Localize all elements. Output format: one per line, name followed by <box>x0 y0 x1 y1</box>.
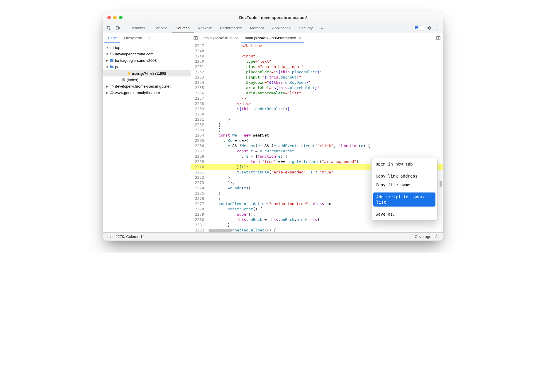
line-number[interactable]: 2263 <box>191 127 208 133</box>
tree-folder-fonts[interactable]: ▶ fonts/google-sans-v2003 <box>103 57 191 64</box>
code-content[interactable]: </button> <box>208 43 443 48</box>
navigator-more-tabs-icon[interactable]: » <box>146 33 153 43</box>
code-line[interactable]: 2249 <input <box>191 54 443 59</box>
code-content[interactable]: class="search-box__input" <box>208 64 443 69</box>
tab-security[interactable]: Security <box>295 23 317 33</box>
menu-copy-name[interactable]: Copy file name <box>372 180 437 189</box>
code-content[interactable]: type="text" <box>208 59 443 64</box>
vertical-scrollbar-thumb[interactable] <box>440 181 442 187</box>
line-number[interactable]: 2279 <box>191 212 208 217</box>
code-line[interactable]: 2254 @keydown="${this.onKeyDown}" <box>191 80 443 85</box>
line-number[interactable]: 2262 <box>191 122 208 127</box>
menu-add-ignore-list[interactable]: Add script to ignore list <box>373 192 435 207</box>
device-toolbar-icon[interactable] <box>116 26 120 30</box>
line-number[interactable]: 2261 <box>191 117 208 122</box>
tab-memory[interactable]: Memory <box>246 23 268 33</box>
close-window-button[interactable] <box>107 16 111 19</box>
code-line[interactable]: 2248 <box>191 48 443 54</box>
code-content[interactable]: /> <box>208 96 443 101</box>
code-content[interactable]: , Ke = e=>{ <box>208 138 443 143</box>
code-line[interactable]: 2267 const t = e.currentTarget <box>191 149 443 154</box>
code-content[interactable]: const t = e.currentTarget <box>208 149 443 154</box>
code-line[interactable]: 2262 } <box>191 122 443 127</box>
line-number[interactable]: 2255 <box>191 85 208 91</box>
close-tab-icon[interactable]: × <box>299 35 301 40</box>
code-content[interactable]: </div> <box>208 101 443 106</box>
code-content[interactable]: @keydown="${this.onKeyDown}" <box>208 80 443 85</box>
code-line[interactable]: 2263 ); <box>191 127 443 133</box>
menu-open-new-tab[interactable]: Open in new tab <box>372 160 437 168</box>
line-number[interactable]: 2268 <box>191 154 208 159</box>
code-line[interactable]: 2266 e && !We.has(e) && (e.addEventListe… <box>191 143 443 149</box>
code-line[interactable]: 2259 ${this.renderResults()} <box>191 106 443 112</box>
code-line[interactable]: 2261 } <box>191 117 443 122</box>
code-line[interactable]: 2264 const We = new WeakSet <box>191 133 443 138</box>
line-number[interactable]: 2271 <box>191 170 208 175</box>
code-line[interactable]: 2258 </div> <box>191 101 443 106</box>
line-number[interactable]: 2272 <box>191 175 208 180</box>
code-content[interactable]: <input <box>208 54 443 59</box>
tree-folder-js[interactable]: ▼ js <box>103 64 191 70</box>
code-content[interactable]: aria-autocomplete="list" <box>208 91 443 96</box>
code-content[interactable] <box>208 48 443 54</box>
minimize-window-button[interactable] <box>113 16 117 19</box>
line-number[interactable]: 2281 <box>191 222 208 228</box>
code-line[interactable]: 2256 aria-autocomplete="list" <box>191 91 443 96</box>
line-number[interactable]: 2248 <box>191 48 208 54</box>
tab-network[interactable]: Network <box>194 23 216 33</box>
line-number[interactable]: 2269 <box>191 159 208 164</box>
tab-sources[interactable]: Sources <box>172 23 194 33</box>
code-editor[interactable]: 2247 </button>22482249 <input2250 type="… <box>191 43 443 232</box>
line-number[interactable]: 2275 <box>191 191 208 196</box>
line-number[interactable]: 2254 <box>191 80 208 85</box>
tree-domain-ga[interactable]: ▶ www.google-analytics.com <box>103 89 191 96</box>
line-number[interactable]: 2250 <box>191 59 208 64</box>
horizontal-scrollbar-thumb[interactable] <box>208 229 232 232</box>
line-number[interactable]: 2270 <box>191 164 208 170</box>
file-tree[interactable]: ▼ top ▼ developer.chrome.com ▶ fonts/goo… <box>103 43 191 232</box>
line-number[interactable]: 2267 <box>191 149 208 154</box>
inspect-element-icon[interactable] <box>107 26 111 30</box>
code-content[interactable]: } <box>208 222 443 228</box>
line-number[interactable]: 2278 <box>191 207 208 212</box>
code-line[interactable]: 2281 } <box>191 222 443 228</box>
menu-copy-link[interactable]: Copy link address <box>372 172 437 180</box>
navigator-tab-filesystem[interactable]: Filesystem <box>120 33 145 43</box>
line-number[interactable]: 2282 <box>191 228 208 232</box>
code-line[interactable]: 2255 aria-label="${this.placeholder}" <box>191 85 443 91</box>
zoom-window-button[interactable] <box>119 16 123 19</box>
tree-domain-imgix[interactable]: ▶ developer-chrome-com.imgix.net <box>103 83 191 89</box>
code-line[interactable]: 2265 , Ke = e=>{ <box>191 138 443 143</box>
tree-domain-chrome[interactable]: ▼ developer.chrome.com <box>103 51 191 57</box>
line-number[interactable]: 2253 <box>191 75 208 80</box>
line-number[interactable]: 2273 <box>191 180 208 185</box>
line-number[interactable]: 2264 <box>191 133 208 138</box>
line-number[interactable]: 2260 <box>191 112 208 117</box>
tree-file-index[interactable]: (index) <box>103 76 191 83</box>
line-number[interactable]: 2251 <box>191 64 208 69</box>
issues-badge[interactable]: 1 <box>413 25 424 31</box>
tree-file-mainjs[interactable]: main.js?v=e382d86f <box>103 70 191 76</box>
tab-elements[interactable]: Elements <box>125 23 149 33</box>
code-line[interactable]: 2250 type="text" <box>191 59 443 64</box>
navigator-kebab-icon[interactable] <box>182 33 190 43</box>
code-content[interactable]: aria-label="${this.placeholder}" <box>208 85 443 91</box>
tab-performance[interactable]: Performance <box>216 23 246 33</box>
navigator-tab-page[interactable]: Page <box>104 33 120 43</box>
code-content[interactable]: const We = new WeakSet <box>208 133 443 138</box>
tab-console[interactable]: Console <box>149 23 172 33</box>
code-content[interactable]: ` <box>208 112 443 117</box>
line-number[interactable]: 2258 <box>191 101 208 106</box>
toggle-navigator-icon[interactable] <box>191 33 200 43</box>
code-content[interactable]: ); <box>208 127 443 133</box>
code-content[interactable]: } <box>208 117 443 122</box>
line-number[interactable]: 2274 <box>191 185 208 191</box>
more-tabs-icon[interactable]: » <box>317 23 327 33</box>
line-number[interactable]: 2277 <box>191 201 208 207</box>
line-number[interactable]: 2265 <box>191 138 208 143</box>
code-line[interactable]: 2251 class="search-box__input" <box>191 64 443 69</box>
code-content[interactable]: ${this.renderResults()} <box>208 106 443 112</box>
tree-top-frame[interactable]: ▼ top <box>103 44 191 51</box>
kebab-menu-icon[interactable] <box>435 26 439 30</box>
code-line[interactable]: 2257 /> <box>191 96 443 101</box>
